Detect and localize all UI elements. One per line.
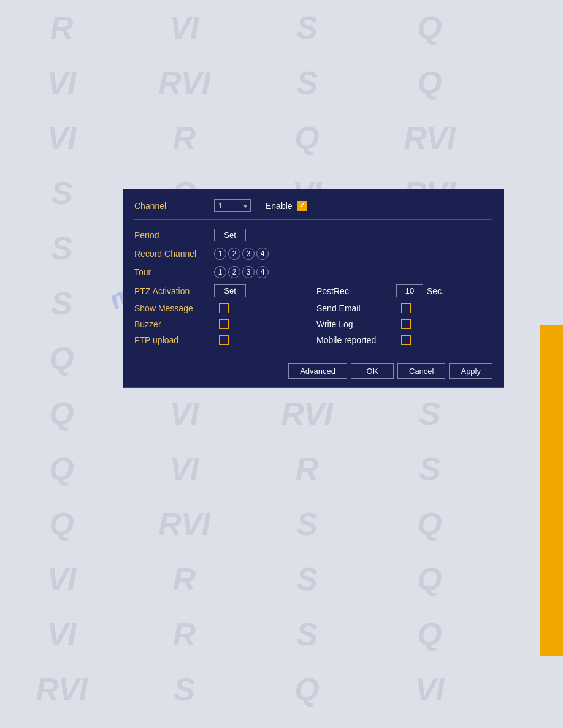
show-message-checkbox[interactable]: [219, 303, 229, 313]
channel-select-wrapper: 1 2 3 4 ▼: [214, 199, 251, 212]
watermark-item: R: [245, 441, 368, 496]
watermark-item: Q: [368, 607, 491, 662]
watermark-item: Q: [245, 717, 368, 728]
record-ch-3[interactable]: 3: [242, 248, 255, 260]
tour-label: Tour: [134, 267, 214, 277]
watermark-item: S: [0, 276, 123, 331]
watermark-item: R: [123, 110, 245, 165]
write-log-checkbox[interactable]: [401, 319, 411, 329]
watermark-item: VI: [0, 552, 123, 607]
tour-ch-2[interactable]: 2: [228, 266, 240, 278]
buzzer-label: Buzzer: [134, 319, 214, 329]
period-set-button[interactable]: Set: [214, 229, 246, 241]
watermark-item: S: [368, 386, 491, 441]
postrec-col: PostRec Sec.: [316, 284, 492, 297]
watermark-item: RVI: [123, 55, 245, 110]
postrec-input[interactable]: [396, 284, 423, 297]
watermark-item: VI: [0, 607, 123, 662]
watermark-item: VI: [123, 386, 245, 441]
send-email-checkbox[interactable]: [401, 303, 411, 313]
watermark-item: VI: [123, 441, 245, 496]
dialog-footer: Advanced OK Cancel Apply: [134, 363, 492, 379]
watermark-item: S: [245, 607, 368, 662]
watermark-item: Q: [368, 55, 491, 110]
ftp-mobile-row: FTP upload Mobile reported: [134, 335, 492, 345]
watermark-item: RVI: [0, 662, 123, 717]
watermark-item: VI: [368, 717, 491, 728]
watermark-item: RVI: [245, 386, 368, 441]
watermark-item: Q: [0, 331, 123, 386]
record-channel-numbers: 1 2 3 4: [214, 248, 270, 260]
buzzer-checkbox[interactable]: [219, 319, 229, 329]
postrec-unit: Sec.: [427, 286, 444, 296]
watermark-item: Q: [368, 552, 491, 607]
watermark-item: R: [123, 552, 245, 607]
ftp-upload-label: FTP upload: [134, 335, 214, 345]
watermark-item: Q: [368, 0, 491, 55]
channel-row: Channel 1 2 3 4 ▼ Enable: [134, 199, 492, 212]
apply-button[interactable]: Apply: [449, 363, 492, 379]
watermark-item: Q: [245, 662, 368, 717]
tour-ch-4[interactable]: 4: [256, 266, 269, 278]
mobile-col: Mobile reported: [316, 335, 492, 345]
watermark-item: Q: [0, 386, 123, 441]
watermark-item: Q: [368, 496, 491, 552]
watermark-item: Q: [0, 496, 123, 552]
watermark-item: RVI: [123, 496, 245, 552]
ok-button[interactable]: OK: [351, 363, 394, 379]
mobile-reported-label: Mobile reported: [316, 335, 396, 345]
send-email-col: Send Email: [316, 303, 492, 313]
show-message-col: Show Message: [134, 303, 310, 313]
tour-ch-3[interactable]: 3: [242, 266, 255, 278]
ptz-set-button[interactable]: Set: [214, 284, 246, 297]
buzzer-col: Buzzer: [134, 319, 310, 329]
gold-bar: [540, 0, 563, 728]
cancel-button[interactable]: Cancel: [397, 363, 445, 379]
watermark-item: RVI: [368, 110, 491, 165]
period-row: Period Set: [134, 229, 492, 241]
watermark-item: R: [0, 0, 123, 55]
ptz-label: PTZ Activation: [134, 286, 214, 296]
send-email-label: Send Email: [316, 303, 396, 313]
watermark-item: R: [123, 607, 245, 662]
record-ch-4[interactable]: 4: [256, 248, 269, 260]
main-dialog: Channel 1 2 3 4 ▼ Enable Period Set Reco…: [123, 189, 504, 388]
watermark-item: R: [0, 717, 123, 728]
tour-ch-1[interactable]: 1: [214, 266, 226, 278]
write-log-label: Write Log: [316, 319, 396, 329]
ftp-col: FTP upload: [134, 335, 310, 345]
mobile-reported-checkbox[interactable]: [401, 335, 411, 345]
enable-label: Enable: [266, 201, 293, 211]
enable-checkbox[interactable]: [297, 201, 307, 211]
watermark-item: VI: [123, 0, 245, 55]
advanced-button[interactable]: Advanced: [288, 363, 347, 379]
watermark-item: S: [0, 221, 123, 276]
write-log-col: Write Log: [316, 319, 492, 329]
period-label: Period: [134, 230, 214, 240]
record-channel-label: Record Channel: [134, 249, 214, 259]
show-message-label: Show Message: [134, 303, 214, 313]
record-ch-1[interactable]: 1: [214, 248, 226, 260]
ptz-col: PTZ Activation Set: [134, 284, 310, 297]
tour-numbers: 1 2 3 4: [214, 266, 270, 278]
watermark-item: Q: [245, 110, 368, 165]
watermark-item: S: [123, 717, 245, 728]
dialog-content: Period Set Record Channel 1 2 3 4 Tour 1…: [134, 229, 492, 345]
show-message-send-email-row: Show Message Send Email: [134, 303, 492, 313]
record-channel-row: Record Channel 1 2 3 4: [134, 248, 492, 260]
tour-row: Tour 1 2 3 4: [134, 266, 492, 278]
watermark-item: VI: [0, 110, 123, 165]
watermark-item: S: [245, 552, 368, 607]
watermark-item: S: [245, 0, 368, 55]
channel-select[interactable]: 1 2 3 4: [214, 199, 251, 212]
buzzer-writelog-row: Buzzer Write Log: [134, 319, 492, 329]
watermark-item: S: [368, 441, 491, 496]
postrec-label: PostRec: [316, 286, 396, 296]
record-ch-2[interactable]: 2: [228, 248, 240, 260]
watermark-item: S: [0, 165, 123, 221]
ftp-upload-checkbox[interactable]: [219, 335, 229, 345]
watermark-item: VI: [368, 662, 491, 717]
watermark-item: S: [123, 662, 245, 717]
dialog-divider: [134, 219, 492, 220]
watermark-item: S: [245, 496, 368, 552]
